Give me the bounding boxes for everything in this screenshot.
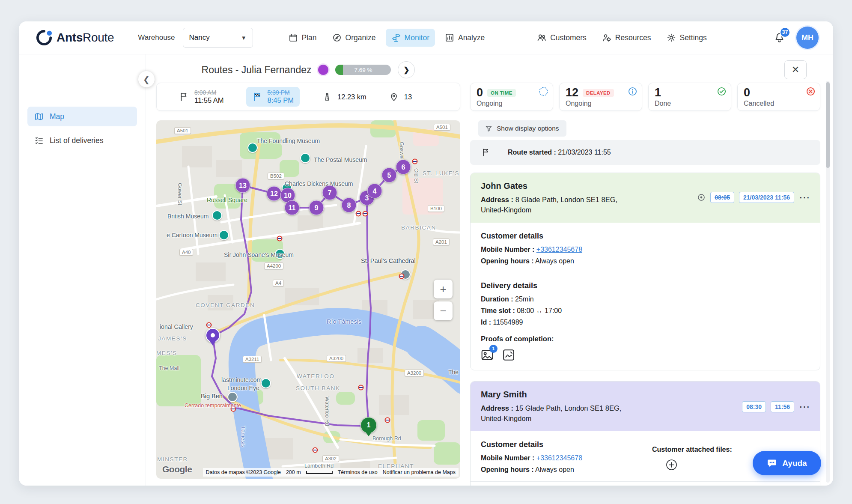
nav-item-monitor[interactable]: Monitor: [386, 29, 435, 47]
route-stop-marker-11[interactable]: 11: [285, 200, 300, 215]
google-logo: Google: [162, 464, 192, 474]
opening-hours-row: Opening hours : Always open: [481, 257, 810, 265]
actual-time-badge: 21/03/2023 11:56: [739, 192, 794, 203]
help-button[interactable]: Ayuda: [753, 451, 821, 475]
planned-time-badge: 08:30: [742, 401, 766, 412]
sidebar-item-map[interactable]: Map: [27, 107, 137, 126]
status-cards: 0 ON TIME Ongoing 12 DELAYED Ongoing 1: [470, 83, 820, 111]
delivery-controls: 08:05 21/03/2023 11:56 ⋯: [697, 192, 810, 203]
flag-icon: [179, 92, 189, 102]
nav-label: Settings: [680, 33, 707, 42]
customer-address: Address : 15 Glade Path, London SE1 8EG,…: [481, 403, 686, 424]
notifications-button[interactable]: 37: [774, 31, 785, 45]
delivery-card-header: John Gates Address : 8 Glade Path, Londo…: [471, 173, 820, 223]
phone-link[interactable]: +33612345678: [536, 246, 582, 253]
next-route-button[interactable]: ❯: [398, 61, 415, 78]
display-options-label: Show display options: [497, 125, 559, 132]
nav-item-customers[interactable]: Customers: [531, 29, 592, 47]
nav-label: Resources: [615, 33, 651, 42]
route-stop-marker-13[interactable]: 13: [235, 178, 250, 193]
sidebar-collapse-button[interactable]: ❮: [138, 71, 155, 87]
route-stop-marker-5[interactable]: 5: [382, 168, 397, 183]
nav-item-plan[interactable]: Plan: [283, 29, 322, 47]
actual-start-time: 11:55 AM: [194, 96, 224, 105]
nav-item-organize[interactable]: Organize: [327, 29, 381, 47]
status-card-cancelled: 0 Cancelled: [737, 83, 820, 111]
zoom-in-button[interactable]: +: [434, 280, 453, 298]
route-stop-marker-7[interactable]: 7: [322, 185, 337, 200]
finish-flag-icon: [252, 92, 262, 102]
more-options-icon[interactable]: ⋯: [799, 195, 810, 200]
nav-item-resources[interactable]: Resources: [596, 29, 657, 47]
status-card-delayed: 12 DELAYED Ongoing: [559, 83, 642, 111]
report-problem-link[interactable]: Notificar un problema de Maps: [383, 469, 456, 475]
route-stop-marker-9[interactable]: 9: [309, 200, 324, 215]
warehouse-select[interactable]: Nancy ▼: [183, 28, 253, 48]
photo-proof-button[interactable]: 1: [481, 349, 494, 361]
planned-start-time: 8:00 AM: [194, 89, 224, 96]
delivery-card-header: Mary Smith Address : 15 Glade Path, Lond…: [471, 382, 820, 431]
show-display-options-button[interactable]: Show display options: [478, 120, 566, 137]
timeslot-row: Time slot : 08:00 ↔ 17:00: [481, 307, 810, 315]
route-stop-marker-4[interactable]: 4: [367, 184, 382, 199]
position-marker[interactable]: [206, 328, 220, 343]
main-nav: Plan Organize Monitor Analyze Customers …: [283, 29, 712, 47]
proofs-of-completion-label: Proofs of completion:: [481, 335, 810, 343]
nav-label: Organize: [346, 33, 376, 42]
warehouse-label: Warehouse: [138, 33, 175, 42]
person-gear-icon: [602, 33, 611, 42]
nav-item-settings[interactable]: Settings: [661, 29, 712, 47]
nav-item-analyze[interactable]: Analyze: [439, 29, 490, 47]
warehouse-group: Warehouse Nancy ▼: [138, 28, 253, 48]
nav-label: Monitor: [405, 33, 429, 42]
notifications-count-badge: 37: [780, 27, 790, 38]
mobile-number-row: Mobile Number : +33612345678: [481, 246, 810, 253]
signpost-icon: [391, 33, 401, 42]
section-divider: [471, 481, 820, 482]
panel-scrollbar: [826, 81, 830, 483]
section-divider: [471, 273, 820, 273]
scrollbar-thumb[interactable]: [826, 82, 830, 168]
route-started-banner: Route started : 21/03/2023 11:55: [470, 140, 820, 165]
zoom-out-button[interactable]: −: [434, 301, 453, 320]
distance-value: 12.23 km: [337, 93, 366, 101]
start-marker[interactable]: 1: [360, 417, 377, 433]
close-panel-button[interactable]: ✕: [784, 60, 807, 79]
terms-link[interactable]: Términos de uso: [338, 469, 378, 475]
calendar-icon: [289, 33, 298, 42]
route-progress-bar: 7.69 %: [335, 65, 391, 75]
done-count: 1: [655, 87, 661, 98]
add-attachment-button[interactable]: [666, 459, 677, 471]
stat-distance: 12.23 km: [322, 92, 366, 102]
warehouse-selected-value: Nancy: [189, 33, 210, 42]
locate-target-icon[interactable]: [697, 193, 706, 202]
nav-label: Plan: [302, 33, 317, 42]
planned-end-time: 5:39 PM: [268, 89, 294, 96]
done-label: Done: [655, 100, 725, 107]
phone-link[interactable]: +33612345678: [536, 454, 582, 462]
more-options-icon[interactable]: ⋯: [799, 405, 810, 409]
brand-logo[interactable]: AntsRoute: [36, 30, 114, 46]
customer-name: Mary Smith: [481, 390, 810, 400]
stat-start-time: 8:00 AM 11:55 AM: [179, 89, 224, 105]
ontime-badge: ON TIME: [487, 89, 516, 97]
map-zoom-controls: + −: [434, 280, 453, 320]
signature-proof-button[interactable]: [502, 349, 515, 361]
help-label: Ayuda: [782, 459, 807, 468]
stops-count: 13: [404, 93, 412, 101]
sidebar-item-list-of-deliveries[interactable]: List of deliveries: [27, 131, 137, 150]
route-stop-marker-8[interactable]: 8: [342, 198, 357, 213]
stat-end-time: 5:39 PM 8:45 PM: [246, 87, 300, 107]
route-stop-marker-12[interactable]: 12: [267, 186, 282, 201]
route-stop-marker-6[interactable]: 6: [396, 160, 411, 175]
route-details-panel: 0 ON TIME Ongoing 12 DELAYED Ongoing 1: [470, 83, 820, 486]
map-canvas[interactable]: The Foundling MuseumThe Postal MuseumCha…: [156, 120, 460, 479]
map-scale-label: 200 m: [286, 469, 301, 475]
top-navbar: AntsRoute Warehouse Nancy ▼ Plan Organiz…: [19, 21, 833, 54]
delivery-card-john-gates[interactable]: John Gates Address : 8 Glade Path, Londo…: [470, 173, 820, 370]
spinner-icon: [539, 87, 548, 96]
user-avatar[interactable]: MH: [796, 27, 819, 49]
sidebar: Map List of deliveries: [19, 54, 146, 486]
gear-icon: [667, 33, 676, 42]
customer-name: John Gates: [481, 181, 810, 191]
